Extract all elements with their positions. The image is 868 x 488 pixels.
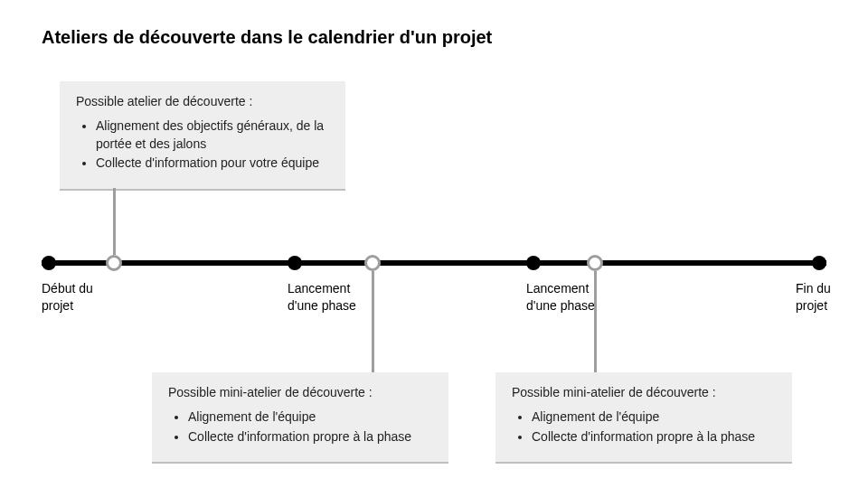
milestone-dot-phase-2 (526, 256, 541, 270)
callout-bullet: Alignement de l'équipe (188, 408, 432, 427)
callout-list: Alignement de l'équipe Collecte d'inform… (168, 408, 432, 446)
callout-phase-2: Possible mini-atelier de découverte : Al… (495, 372, 792, 464)
workshop-marker-3 (587, 255, 603, 271)
timeline-bar (42, 260, 826, 266)
diagram-page: Ateliers de découverte dans le calendrie… (0, 0, 868, 488)
callout-heading: Possible mini-atelier de découverte : (512, 385, 776, 399)
milestone-label-start: Début du projet (42, 280, 123, 314)
callout-list: Alignement des objectifs généraux, de la… (76, 117, 329, 173)
milestone-label-phase-1: Lancement d'une phase (288, 280, 378, 314)
page-title: Ateliers de découverte dans le calendrie… (42, 27, 492, 48)
workshop-marker-2 (364, 255, 381, 271)
milestone-label-phase-2: Lancement d'une phase (526, 280, 617, 314)
milestone-dot-end (812, 256, 826, 270)
callout-bullet: Alignement des objectifs généraux, de la… (96, 117, 329, 153)
callout-bullet: Collecte d'information propre à la phase (188, 428, 432, 446)
connector-line (113, 188, 116, 255)
callout-bullet: Alignement de l'équipe (532, 408, 776, 427)
milestone-dot-phase-1 (288, 256, 302, 270)
connector-line (594, 271, 597, 372)
callout-heading: Possible atelier de découverte : (76, 94, 329, 108)
workshop-marker-1 (106, 255, 122, 271)
callout-bullet: Collecte d'information propre à la phase (532, 428, 776, 446)
callout-list: Alignement de l'équipe Collecte d'inform… (512, 408, 776, 446)
callout-bullet: Collecte d'information pour votre équipe (96, 155, 329, 173)
callout-heading: Possible mini-atelier de découverte : (168, 385, 432, 399)
milestone-label-end: Fin du projet (796, 280, 859, 314)
connector-line (372, 271, 374, 372)
callout-top: Possible atelier de découverte : Alignem… (60, 81, 345, 191)
milestone-dot-start (42, 256, 56, 270)
callout-phase-1: Possible mini-atelier de découverte : Al… (152, 372, 448, 464)
